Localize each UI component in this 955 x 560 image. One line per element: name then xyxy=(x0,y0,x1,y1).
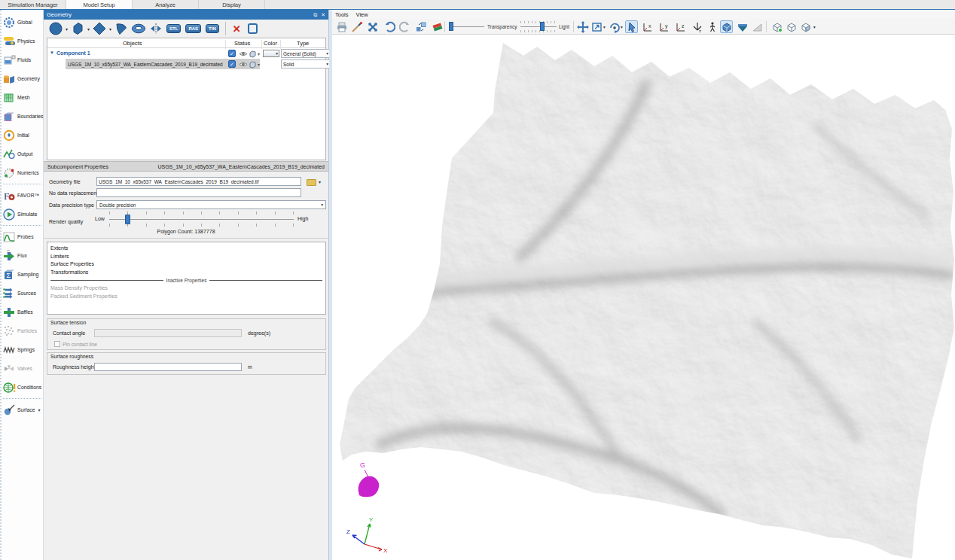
sidebar-item-mesh[interactable]: Mesh xyxy=(2,88,43,107)
sidebar-item-boundaries[interactable]: Boundaries xyxy=(2,107,43,126)
component-enabled-checkbox[interactable]: ✓ xyxy=(228,50,236,57)
chevron-down-icon[interactable]: ▾ xyxy=(258,62,260,67)
render-mode-cube-icon[interactable] xyxy=(249,60,257,69)
sidebar-item-favor[interactable]: F FAVOR™ xyxy=(2,186,43,205)
data-precision-select[interactable]: Double precision▾ xyxy=(96,200,326,209)
column-header-type[interactable]: Type xyxy=(297,40,309,47)
sidebar-item-numerics[interactable]: Numerics xyxy=(2,163,43,182)
list-item-extents[interactable]: Extents xyxy=(50,245,325,253)
add-box-button[interactable] xyxy=(70,21,85,36)
list-item-packed-sediment[interactable]: Packed Sediment Properties xyxy=(50,293,325,301)
pin-contact-line-checkbox[interactable] xyxy=(54,341,60,347)
tab-analyze[interactable]: Analyze xyxy=(133,0,199,9)
sidebar-item-surface[interactable]: Surface ▾ xyxy=(2,400,43,419)
eraser-button[interactable] xyxy=(431,20,444,33)
subcomponent-name[interactable]: USGS_1M_10_x65y537_WA_EasternCascades_20… xyxy=(68,62,223,67)
light-slider-handle[interactable] xyxy=(540,22,545,31)
list-item-transformations[interactable]: Transformations xyxy=(50,269,325,277)
render-quality-slider-handle[interactable] xyxy=(125,215,130,224)
import-raster-button[interactable]: RAS xyxy=(185,24,201,33)
sidebar-item-output[interactable]: Output xyxy=(2,145,43,163)
sidebar-item-particles[interactable]: Particles xyxy=(2,321,43,340)
visibility-eye-icon[interactable] xyxy=(239,50,248,58)
measure-tool-button[interactable] xyxy=(751,20,764,33)
probe-annotate-button[interactable] xyxy=(350,20,363,33)
roughness-height-input[interactable] xyxy=(94,363,242,371)
3d-viewport[interactable]: G Y X Z xyxy=(332,35,955,560)
redo-view-button[interactable] xyxy=(398,20,411,33)
column-header-color[interactable]: Color xyxy=(264,40,277,47)
center-view-button[interactable] xyxy=(366,20,379,33)
column-header-objects[interactable]: Objects xyxy=(123,40,142,47)
component-name[interactable]: Component 1 xyxy=(56,50,90,56)
list-item-limiters[interactable]: Limiters xyxy=(50,253,325,261)
copy-object-button[interactable] xyxy=(248,23,258,34)
sidebar-item-conditions[interactable]: Conditions xyxy=(2,378,43,397)
tab-simulation-manager[interactable]: Simulation Manager xyxy=(0,0,66,9)
light-slider-track[interactable] xyxy=(520,26,557,27)
close-panel-icon[interactable]: ✕ xyxy=(321,12,325,18)
menu-tools[interactable]: Tools xyxy=(335,11,349,18)
sidebar-item-simulate[interactable]: Simulate xyxy=(2,205,43,224)
component-type-select[interactable]: General (Solid)▾ xyxy=(281,49,331,58)
rotate-view-button[interactable] xyxy=(608,20,621,33)
menu-view[interactable]: View xyxy=(356,11,368,18)
pin-contact-line-row[interactable]: Pin contact line xyxy=(54,341,97,347)
visibility-eye-icon[interactable] xyxy=(239,61,248,68)
sidebar-item-baffles[interactable]: Baffles xyxy=(2,303,43,321)
sidebar-item-probes[interactable]: Probes xyxy=(2,227,43,246)
sidebar-item-sampling[interactable]: Σ Sampling xyxy=(2,265,43,284)
tab-model-setup[interactable]: Model Setup xyxy=(66,0,133,9)
chevron-down-icon[interactable]: ▾ xyxy=(319,179,321,184)
sidebar-item-initial[interactable]: Initial xyxy=(2,126,43,145)
sidebar-item-fluids[interactable]: Fluids xyxy=(2,50,43,69)
mesh-domain-cube-button[interactable] xyxy=(770,20,783,33)
transparency-slider-track[interactable] xyxy=(450,26,484,27)
chevron-down-icon[interactable]: ▾ xyxy=(813,25,816,29)
delete-object-button[interactable]: ✕ xyxy=(233,23,241,35)
zoom-fit-button[interactable] xyxy=(590,20,603,33)
chevron-down-icon[interactable]: ▾ xyxy=(66,26,68,32)
chevron-down-icon[interactable]: ▾ xyxy=(621,25,623,29)
list-item-surface-properties[interactable]: Surface Properties xyxy=(50,260,325,269)
view-x-axis-button[interactable]: x xyxy=(641,20,654,33)
sidebar-item-springs[interactable]: Springs xyxy=(2,340,43,359)
undo-view-button[interactable] xyxy=(383,20,395,33)
swap-objects-button[interactable] xyxy=(414,20,427,33)
float-panel-icon[interactable]: ⧉ xyxy=(313,12,317,18)
subcomponent-enabled-checkbox[interactable]: ✓ xyxy=(228,60,236,68)
isometric-view-button[interactable]: z xyxy=(691,20,703,33)
chevron-down-icon[interactable]: ▾ xyxy=(109,26,111,32)
subcomponent-type-select[interactable]: Solid▾ xyxy=(281,59,331,68)
chevron-down-icon[interactable]: ▾ xyxy=(38,407,40,412)
view-y-axis-button[interactable]: y xyxy=(658,20,670,33)
import-stl-button[interactable]: STL xyxy=(166,24,181,33)
sidebar-item-flux[interactable]: Flux xyxy=(2,246,43,265)
reference-figure-button[interactable] xyxy=(706,20,719,33)
shaded-face-cube-button[interactable] xyxy=(799,20,812,33)
sidebar-item-geometry[interactable]: Geometry xyxy=(2,69,43,88)
transparency-slider-handle[interactable] xyxy=(449,22,453,31)
list-item-mass-density[interactable]: Mass Density Properties xyxy=(50,285,325,293)
render-mode-cube-icon[interactable] xyxy=(249,50,257,59)
sidebar-item-valves[interactable]: Valves xyxy=(2,359,43,378)
clip-plane-button[interactable] xyxy=(736,20,749,33)
view-z-axis-button[interactable]: z xyxy=(674,20,687,33)
sidebar-item-sources[interactable]: Sources xyxy=(2,284,43,303)
import-tin-button[interactable]: TIN xyxy=(206,24,219,33)
no-data-replacement-input[interactable] xyxy=(96,188,301,197)
tree-expand-icon[interactable]: ▼ xyxy=(50,50,54,55)
select-cursor-button[interactable] xyxy=(625,20,638,33)
print-button[interactable] xyxy=(335,20,348,33)
geometry-file-input[interactable] xyxy=(96,177,301,186)
perspective-cube-button[interactable] xyxy=(720,20,733,33)
browse-folder-button[interactable] xyxy=(305,177,316,186)
render-quality-slider-track[interactable] xyxy=(109,219,294,220)
add-cone-button[interactable] xyxy=(114,21,129,36)
add-diamond-button[interactable] xyxy=(92,21,107,36)
table-row-subcomponent[interactable]: USGS_1M_10_x65y537_WA_EasternCascades_20… xyxy=(47,59,325,69)
tab-display[interactable]: Display xyxy=(199,0,265,9)
wireframe-cube-button[interactable] xyxy=(785,20,798,33)
chevron-down-icon[interactable]: ▾ xyxy=(258,51,260,56)
column-header-status[interactable]: Status xyxy=(234,40,250,47)
